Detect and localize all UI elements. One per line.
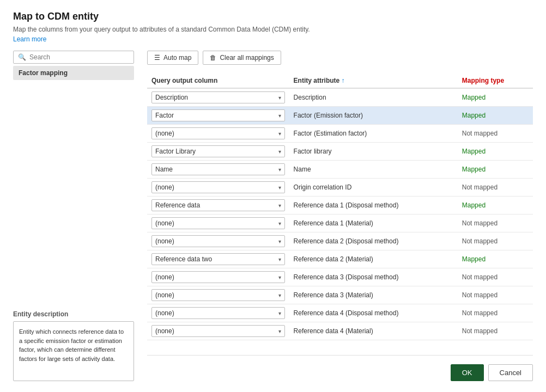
auto-map-button[interactable]: ☰ Auto map [147, 51, 198, 65]
chevron-down-icon: ▾ [278, 328, 281, 334]
cancel-button[interactable]: Cancel [488, 364, 533, 381]
entity-attr-cell: Reference data 4 (Material) [289, 322, 458, 340]
entity-attr-cell: Factor (Estimation factor) [289, 125, 458, 143]
query-output-dropdown[interactable]: Reference data two▾ [151, 253, 285, 265]
query-output-dropdown[interactable]: (none)▾ [151, 289, 285, 301]
query-output-cell: (none)▾ [147, 304, 289, 322]
page-title: Map to CDM entity [13, 11, 533, 22]
chevron-down-icon: ▾ [278, 131, 281, 137]
entity-attr-cell: Reference data 3 (Disposal method) [289, 268, 458, 286]
dropdown-value: Reference data two [155, 255, 212, 263]
query-output-dropdown[interactable]: (none)▾ [151, 325, 285, 337]
query-output-dropdown[interactable]: (none)▾ [151, 217, 285, 229]
query-output-dropdown[interactable]: Description▾ [151, 91, 285, 103]
entity-attr-cell: Reference data 1 (Material) [289, 215, 458, 232]
table-row: (none)▾Reference data 4 (Material)Not ma… [147, 322, 533, 340]
dropdown-value: (none) [155, 273, 174, 281]
table-row: (none)▾Reference data 2 (Disposal method… [147, 232, 533, 250]
entity-attr-cell: Factor (Emission factor) [289, 107, 458, 125]
chevron-down-icon: ▾ [278, 149, 281, 155]
page-container: Map to CDM entity Map the columns from y… [0, 0, 546, 392]
sidebar-item-factor-mapping[interactable]: Factor mapping [13, 66, 134, 80]
table-row: (none)▾Reference data 3 (Disposal method… [147, 268, 533, 286]
query-output-cell: (none)▾ [147, 286, 289, 304]
search-icon: 🔍 [18, 53, 26, 61]
query-output-dropdown[interactable]: Reference data▾ [151, 199, 285, 211]
query-output-dropdown[interactable]: (none)▾ [151, 181, 285, 193]
dropdown-value: Factor Library [155, 148, 196, 155]
search-input[interactable] [29, 53, 129, 61]
query-output-dropdown[interactable]: (none)▾ [151, 235, 285, 247]
dropdown-value: (none) [155, 130, 174, 137]
table-row: Name▾NameMapped [147, 161, 533, 179]
clear-all-label: Clear all mappings [220, 54, 274, 62]
table-row: Factor Library▾Factor libraryMapped [147, 143, 533, 161]
table-row: Reference data▾Reference data 1 (Disposa… [147, 197, 533, 215]
query-output-cell: Name▾ [147, 161, 289, 179]
mapping-type-cell: Mapped [458, 197, 533, 215]
entity-desc-label: Entity description [13, 310, 134, 318]
col-query-output: Query output column [147, 74, 289, 88]
query-output-cell: Description▾ [147, 88, 289, 107]
entity-attr-cell: Reference data 3 (Material) [289, 286, 458, 304]
dropdown-value: (none) [155, 237, 174, 245]
entity-attr-cell: Reference data 2 (Disposal method) [289, 232, 458, 250]
table-row: Description▾DescriptionMapped [147, 88, 533, 107]
entity-attr-cell: Reference data 1 (Disposal method) [289, 197, 458, 215]
learn-more-link[interactable]: Learn more [13, 35, 533, 43]
query-output-cell: (none)▾ [147, 268, 289, 286]
table-row: (none)▾Factor (Estimation factor)Not map… [147, 125, 533, 143]
dropdown-value: Name [155, 166, 173, 173]
chevron-down-icon: ▾ [278, 256, 281, 262]
query-output-dropdown[interactable]: (none)▾ [151, 307, 285, 319]
query-output-dropdown[interactable]: (none)▾ [151, 271, 285, 283]
dropdown-value: (none) [155, 183, 174, 191]
query-output-cell: Factor▾ [147, 107, 289, 125]
table-row: (none)▾Origin correlation IDNot mapped [147, 179, 533, 197]
auto-map-label: Auto map [163, 54, 191, 62]
dropdown-value: Factor [155, 112, 174, 119]
dropdown-value: Reference data [155, 201, 200, 209]
entity-desc-text: Entity which connects reference data to … [13, 321, 134, 381]
mapping-type-cell: Mapped [458, 88, 533, 107]
mapping-type-cell: Not mapped [458, 179, 533, 197]
mapping-type-cell: Mapped [458, 250, 533, 268]
table-row: (none)▾Reference data 4 (Disposal method… [147, 304, 533, 322]
mapping-type-cell: Not mapped [458, 232, 533, 250]
query-output-dropdown[interactable]: Factor Library▾ [151, 145, 285, 157]
chevron-down-icon: ▾ [278, 238, 281, 244]
dropdown-value: (none) [155, 219, 174, 227]
entity-attr-cell: Name [289, 161, 458, 179]
table-header-row: Query output column Entity attribute Map… [147, 74, 533, 88]
dropdown-value: (none) [155, 309, 174, 317]
page-description: Map the columns from your query output t… [13, 26, 533, 33]
entity-attr-cell: Reference data 2 (Material) [289, 250, 458, 268]
query-output-dropdown[interactable]: Factor▾ [151, 109, 285, 121]
col-mapping-type: Mapping type [458, 74, 533, 88]
mapping-table: Query output column Entity attribute Map… [147, 74, 533, 340]
table-row: (none)▾Reference data 1 (Material)Not ma… [147, 215, 533, 232]
query-output-cell: Factor Library▾ [147, 143, 289, 161]
mapping-type-cell: Not mapped [458, 268, 533, 286]
query-output-dropdown[interactable]: Name▾ [151, 163, 285, 175]
chevron-down-icon: ▾ [278, 292, 281, 298]
chevron-down-icon: ▾ [278, 274, 281, 280]
mapping-type-cell: Not mapped [458, 215, 533, 232]
dropdown-value: (none) [155, 291, 174, 299]
footer: OK Cancel [147, 355, 533, 381]
dropdown-value: Description [155, 94, 188, 101]
chevron-down-icon: ▾ [278, 167, 281, 173]
toolbar: ☰ Auto map 🗑 Clear all mappings [147, 51, 533, 65]
clear-all-icon: 🗑 [210, 54, 216, 62]
col-entity-attr[interactable]: Entity attribute [289, 74, 458, 88]
entity-description-section: Entity description Entity which connects… [13, 305, 134, 381]
query-output-dropdown[interactable]: (none)▾ [151, 127, 285, 139]
ok-button[interactable]: OK [451, 364, 484, 381]
mapping-table-container: Query output column Entity attribute Map… [147, 74, 533, 351]
chevron-down-icon: ▾ [278, 95, 281, 101]
search-box[interactable]: 🔍 [13, 51, 134, 64]
clear-all-button[interactable]: 🗑 Clear all mappings [203, 51, 281, 65]
chevron-down-icon: ▾ [278, 113, 281, 119]
query-output-cell: (none)▾ [147, 322, 289, 340]
entity-attr-cell: Factor library [289, 143, 458, 161]
